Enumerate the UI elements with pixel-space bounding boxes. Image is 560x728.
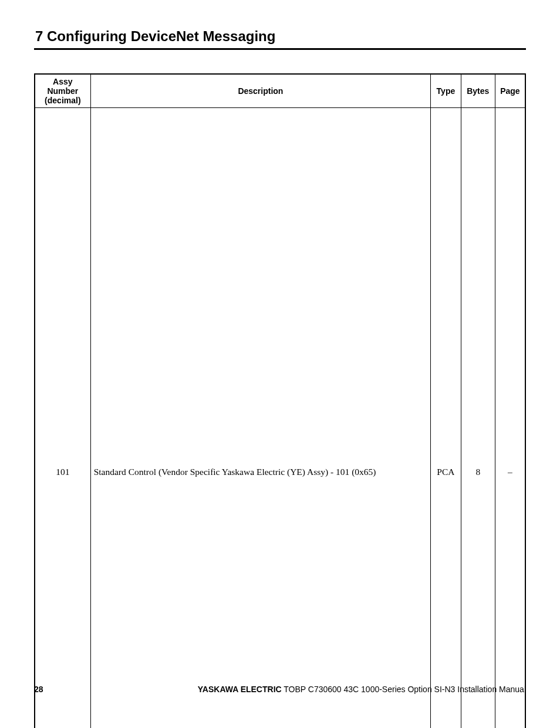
section-rule [34,48,526,50]
col-header-assy-number: Assy Number (decimal) [35,74,90,108]
col-header-type: Type [431,74,461,108]
cell-type: PCA [431,108,461,728]
cell-assy-number: 101 [35,108,90,728]
table-row: 101Standard Control (Vendor Specific Yas… [35,108,525,728]
assembly-table: Assy Number (decimal) Description Type B… [34,73,526,728]
footer-doc: TOBP C730600 43C 1000-Series Option SI-N… [282,685,526,694]
col-header-description: Description [90,74,430,108]
footer-docinfo: YASKAWA ELECTRIC TOBP C730600 43C 1000-S… [198,685,526,694]
cell-description: Standard Control (Vendor Specific Yaskaw… [90,108,430,728]
page-number: 28 [34,685,43,694]
cell-page: – [495,108,525,728]
section-heading: 7 Configuring DeviceNet Messaging [34,28,526,45]
col-header-bytes: Bytes [461,74,495,108]
table-header-row: Assy Number (decimal) Description Type B… [35,74,525,108]
cell-bytes: 8 [461,108,495,728]
col-header-page: Page [495,74,525,108]
table-body: 101Standard Control (Vendor Specific Yas… [35,108,525,728]
footer-brand: YASKAWA ELECTRIC [198,685,282,694]
page-footer: 28 YASKAWA ELECTRIC TOBP C730600 43C 100… [34,685,526,694]
